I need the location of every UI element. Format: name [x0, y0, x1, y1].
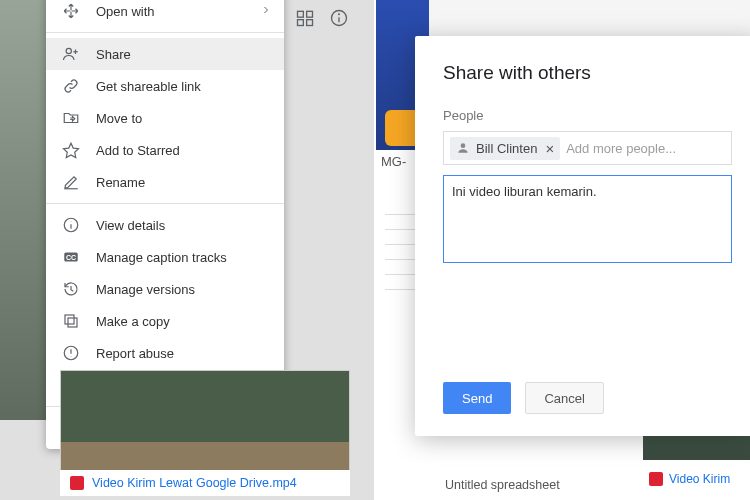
info-outline-icon — [62, 216, 80, 234]
message-input[interactable] — [443, 175, 732, 263]
cancel-button[interactable]: Cancel — [525, 382, 603, 414]
svg-rect-16 — [68, 318, 77, 327]
menu-label: Add to Starred — [96, 143, 180, 158]
menu-label: View details — [96, 218, 165, 233]
svg-rect-1 — [307, 11, 313, 17]
file-name: Video Kirim — [669, 472, 730, 486]
person-add-icon — [62, 45, 80, 63]
people-label: People — [443, 108, 732, 123]
open-with-icon — [62, 2, 80, 20]
copy-icon — [62, 312, 80, 330]
chevron-right-icon — [260, 4, 272, 19]
folder-move-icon — [62, 109, 80, 127]
menu-label: Rename — [96, 175, 145, 190]
file-row-2[interactable]: Video Kirim — [643, 466, 750, 492]
svg-point-7 — [66, 48, 71, 53]
menu-label: Manage versions — [96, 282, 195, 297]
svg-rect-2 — [298, 20, 304, 26]
menu-make-copy[interactable]: Make a copy — [46, 305, 284, 337]
video-file-icon — [70, 476, 84, 490]
menu-label: Share — [96, 47, 131, 62]
menu-label: Open with — [96, 4, 155, 19]
svg-rect-17 — [65, 315, 74, 324]
link-icon — [62, 77, 80, 95]
video-file-icon — [649, 472, 663, 486]
svg-point-6 — [339, 14, 340, 15]
people-input[interactable]: Bill Clinten × Add more people... — [443, 131, 732, 165]
menu-share[interactable]: Share — [46, 38, 284, 70]
history-icon — [62, 280, 80, 298]
menu-label: Move to — [96, 111, 142, 126]
captions-icon: CC — [62, 248, 80, 266]
share-dialog: Share with others People Bill Clinten × … — [415, 36, 750, 436]
svg-rect-3 — [307, 20, 313, 26]
menu-label: Manage caption tracks — [96, 250, 227, 265]
send-button[interactable]: Send — [443, 382, 511, 414]
bg-image-label: MG- — [375, 150, 412, 173]
chip-name: Bill Clinten — [476, 141, 537, 156]
menu-get-link[interactable]: Get shareable link — [46, 70, 284, 102]
svg-marker-10 — [64, 143, 79, 157]
svg-point-26 — [461, 143, 466, 148]
person-chip[interactable]: Bill Clinten × — [450, 137, 560, 160]
svg-point-14 — [71, 221, 72, 222]
menu-versions[interactable]: Manage versions — [46, 273, 284, 305]
spreadsheet-name[interactable]: Untitled spreadsheet — [445, 478, 560, 492]
star-icon — [62, 141, 80, 159]
dialog-title: Share with others — [443, 62, 732, 84]
person-icon — [456, 141, 470, 155]
remove-chip-icon[interactable]: × — [545, 140, 554, 157]
report-icon — [62, 344, 80, 362]
svg-point-20 — [71, 356, 72, 357]
menu-captions[interactable]: CC Manage caption tracks — [46, 241, 284, 273]
menu-move-to[interactable]: Move to — [46, 102, 284, 134]
menu-view-details[interactable]: View details — [46, 209, 284, 241]
menu-label: Report abuse — [96, 346, 174, 361]
file-row[interactable]: Video Kirim Lewat Google Drive.mp4 — [60, 470, 350, 496]
pencil-icon — [62, 173, 80, 191]
file-name: Video Kirim Lewat Google Drive.mp4 — [92, 476, 297, 490]
menu-open-with[interactable]: Open with — [46, 0, 284, 27]
list-view-icon[interactable] — [295, 8, 315, 32]
menu-add-star[interactable]: Add to Starred — [46, 134, 284, 166]
add-people-placeholder: Add more people... — [566, 141, 676, 156]
menu-label: Make a copy — [96, 314, 170, 329]
svg-rect-0 — [298, 11, 304, 17]
info-icon[interactable] — [329, 8, 349, 32]
menu-rename[interactable]: Rename — [46, 166, 284, 198]
menu-label: Get shareable link — [96, 79, 201, 94]
menu-report[interactable]: Report abuse — [46, 337, 284, 369]
